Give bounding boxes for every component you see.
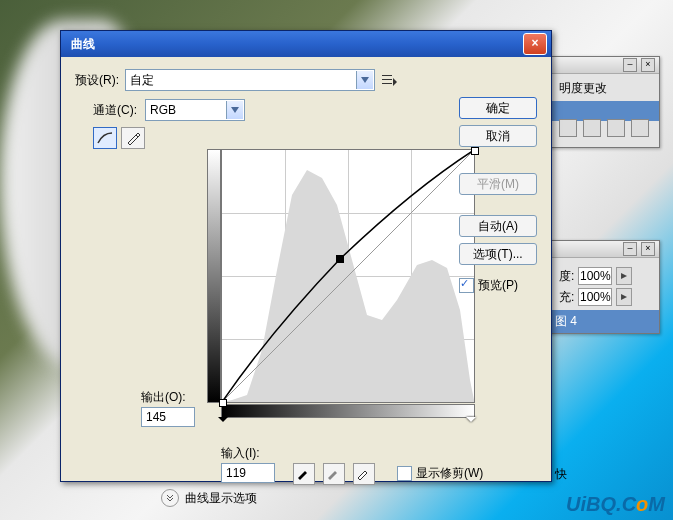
input-input[interactable]: 119 — [221, 463, 275, 483]
truncated-text: 快 — [555, 466, 567, 483]
close-button[interactable]: × — [523, 33, 547, 55]
output-label: 输出(O): — [141, 389, 186, 406]
eyedropper-group — [293, 463, 375, 485]
fill-flyout-icon[interactable]: ▸ — [616, 288, 632, 306]
channel-combo[interactable]: RGB — [145, 99, 245, 121]
curve-line[interactable] — [222, 150, 474, 402]
auto-button[interactable]: 自动(A) — [459, 215, 537, 237]
fill-value[interactable]: 100% — [578, 288, 612, 306]
input-gradient — [221, 404, 475, 418]
curve-graph[interactable] — [221, 149, 475, 403]
fill-label: 充: — [559, 289, 574, 306]
layers-panel: – × 度: 100% ▸ 充: 100% ▸ 图 4 — [548, 240, 660, 334]
opacity-label: 度: — [559, 268, 574, 285]
svg-rect-1 — [382, 79, 392, 80]
panel-icon-row — [559, 115, 649, 141]
history-item[interactable]: 明度更改 — [559, 80, 649, 97]
close-icon[interactable]: × — [641, 58, 655, 72]
panel-icon[interactable] — [583, 119, 601, 137]
curve-control-point[interactable] — [336, 255, 344, 263]
curves-dialog: 曲线 × 预设(R): 自定 通道(C): RGB — [60, 30, 552, 482]
curve-pencil-tool[interactable] — [121, 127, 145, 149]
opacity-row: 度: 100% ▸ — [559, 267, 649, 285]
history-panel: – × 明度更改 — [548, 56, 660, 148]
black-eyedropper-icon[interactable] — [293, 463, 315, 485]
preset-combo[interactable]: 自定 — [125, 69, 375, 91]
chevron-down-icon[interactable] — [226, 101, 243, 119]
preset-value: 自定 — [130, 72, 154, 89]
white-eyedropper-icon[interactable] — [353, 463, 375, 485]
curve-point-tool[interactable] — [93, 127, 117, 149]
white-point-handle[interactable] — [466, 417, 476, 427]
show-clipping-checkbox[interactable] — [397, 466, 412, 481]
panel-header: – × — [549, 57, 659, 74]
ok-button[interactable]: 确定 — [459, 97, 537, 119]
titlebar[interactable]: 曲线 × — [61, 31, 551, 57]
panel-icon[interactable] — [607, 119, 625, 137]
preset-row: 预设(R): 自定 — [75, 69, 537, 91]
opacity-flyout-icon[interactable]: ▸ — [616, 267, 632, 285]
curve-endpoint-black[interactable] — [219, 399, 227, 407]
options-button[interactable]: 选项(T)... — [459, 243, 537, 265]
close-icon[interactable]: × — [641, 242, 655, 256]
panel-icon[interactable] — [631, 119, 649, 137]
smooth-button[interactable]: 平滑(M) — [459, 173, 537, 195]
output-input[interactable]: 145 — [141, 407, 195, 427]
input-slider — [218, 417, 476, 429]
channel-value: RGB — [150, 103, 176, 117]
minimize-icon[interactable]: – — [623, 242, 637, 256]
curve-display-options-row[interactable]: 曲线显示选项 — [161, 489, 257, 507]
panel-icon[interactable] — [559, 119, 577, 137]
preview-label: 预览(P) — [478, 277, 518, 294]
gray-eyedropper-icon[interactable] — [323, 463, 345, 485]
minimize-icon[interactable]: – — [623, 58, 637, 72]
dialog-buttons: 确定 取消 平滑(M) 自动(A) 选项(T)... 预览(P) — [459, 97, 537, 294]
preset-label: 预设(R): — [75, 72, 119, 89]
chevron-down-icon[interactable] — [356, 71, 373, 89]
expand-icon[interactable] — [161, 489, 179, 507]
opacity-value[interactable]: 100% — [578, 267, 612, 285]
svg-rect-2 — [382, 83, 392, 84]
show-clipping-row: 显示修剪(W) — [397, 465, 483, 482]
output-gradient — [207, 149, 221, 403]
curve-display-options-label: 曲线显示选项 — [185, 490, 257, 507]
svg-rect-0 — [382, 75, 392, 76]
watermark: UiBQ.CoM — [566, 493, 665, 516]
cancel-button[interactable]: 取消 — [459, 125, 537, 147]
layer-name: 图 4 — [555, 314, 577, 328]
black-point-handle[interactable] — [218, 417, 228, 427]
preset-menu-icon[interactable] — [381, 72, 397, 88]
fill-row: 充: 100% ▸ — [559, 288, 649, 306]
channel-label: 通道(C): — [93, 102, 137, 119]
dialog-body: 预设(R): 自定 通道(C): RGB — [61, 57, 551, 481]
layer-selected[interactable]: 图 4 — [549, 310, 659, 333]
show-clipping-label: 显示修剪(W) — [416, 465, 483, 482]
input-label: 输入(I): — [221, 445, 260, 462]
dialog-title: 曲线 — [65, 36, 523, 53]
panel-header: – × — [549, 241, 659, 258]
preview-checkbox[interactable] — [459, 278, 474, 293]
preview-row: 预览(P) — [459, 277, 537, 294]
